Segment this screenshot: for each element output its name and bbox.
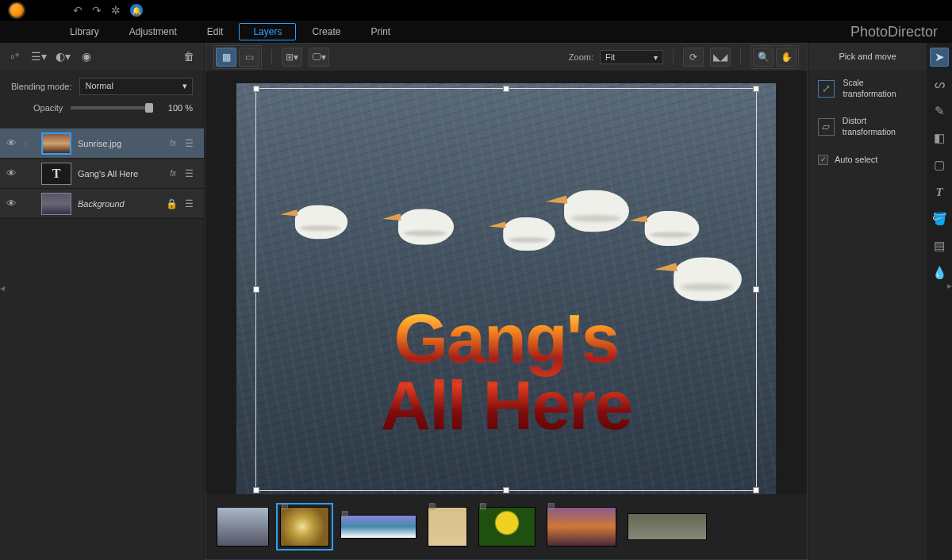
resize-handle[interactable] — [253, 86, 259, 92]
gradient-tool-icon[interactable]: ▤ — [930, 236, 949, 255]
blend-mode-select[interactable]: Normal▾ — [79, 78, 193, 95]
mask-icon[interactable]: ◉ — [79, 49, 94, 63]
canvas[interactable]: Gang'sAll Here — [236, 83, 776, 494]
edit-marker-icon: ▨ — [479, 501, 486, 510]
settings-gear-icon[interactable]: ✲ — [111, 4, 121, 17]
tab-create[interactable]: Create — [298, 23, 355, 40]
move-tool-icon[interactable]: ➤ — [930, 48, 949, 67]
selection-bounds[interactable] — [255, 88, 757, 491]
collapse-right-icon[interactable]: ▸ — [947, 280, 952, 291]
resize-handle[interactable] — [503, 86, 509, 92]
scale-transformation-button[interactable]: ⤢ Scale transformation — [808, 70, 927, 108]
distort-icon: ▱ — [818, 118, 835, 136]
collapse-left-icon[interactable]: ◂ — [0, 280, 8, 296]
layer-thumbnail[interactable]: T — [41, 163, 71, 185]
filmstrip[interactable]: ▨ ▨ ▨ ▨ ▨ — [205, 494, 807, 559]
layer-name[interactable]: Sunrise.jpg — [78, 139, 161, 148]
resize-handle[interactable] — [753, 487, 759, 493]
zoom-select[interactable]: Fit — [600, 50, 663, 64]
text-tool-icon[interactable]: T — [930, 182, 949, 201]
blend-mode-label: Blending mode: — [11, 82, 71, 91]
auto-select-label: Auto select — [835, 155, 877, 164]
brand-label: PhotoDirector — [850, 24, 938, 40]
grid-icon[interactable]: ⊞▾ — [282, 48, 302, 67]
tab-print[interactable]: Print — [356, 23, 405, 40]
layer-settings-icon[interactable]: ☰ — [185, 168, 198, 179]
fx-icon[interactable]: fx — [167, 139, 178, 148]
scale-icon: ⤢ — [818, 80, 835, 98]
notifications-icon[interactable]: 🔔 — [130, 4, 143, 17]
app-logo-icon — [8, 2, 25, 19]
canvas-toolbar: ▦ ▭ ⊞▾ 🖵▾ Zoom: Fit ⟳ ◣◢ 🔍 ✋ — [205, 44, 807, 71]
fill-tool-icon[interactable]: 🪣 — [930, 209, 949, 228]
flip-icon[interactable]: ◣◢ — [710, 48, 731, 67]
tab-edit[interactable]: Edit — [193, 23, 238, 40]
resize-handle[interactable] — [253, 286, 259, 293]
thumbnail[interactable]: ▨ — [340, 515, 416, 539]
resize-handle[interactable] — [753, 86, 759, 92]
tool-options-panel: Pick and move ⤢ Scale transformation ▱ D… — [808, 43, 927, 560]
visibility-icon[interactable]: 👁 — [6, 198, 17, 209]
fx-icon[interactable]: fx — [167, 169, 178, 178]
distort-transformation-button[interactable]: ▱ Distort transformation — [808, 108, 927, 146]
auto-select-checkbox[interactable]: ✓ Auto select — [808, 147, 927, 173]
tab-adjustment[interactable]: Adjustment — [115, 23, 191, 40]
magnify-icon[interactable]: 🔍 — [753, 48, 774, 67]
link-icon[interactable]: ↕ — [24, 139, 35, 148]
layers-toolbar: ▫⁺ ☰▾ ◐▾ ◉ 🗑 — [0, 43, 204, 70]
thumbnail[interactable]: ▨ — [428, 507, 467, 547]
resize-handle[interactable] — [253, 487, 259, 493]
visibility-icon[interactable]: 👁 — [6, 137, 17, 149]
undo-icon[interactable]: ↶ — [73, 4, 83, 17]
layer-name[interactable]: Gang's All Here — [78, 169, 161, 178]
layer-row[interactable]: 👁 T Gang's All Here fx ☰ — [0, 159, 204, 189]
lock-icon[interactable]: 🔒 — [166, 198, 178, 209]
tab-library[interactable]: Library — [56, 23, 113, 40]
blur-tool-icon[interactable]: 💧 — [930, 263, 949, 282]
rotate-icon[interactable]: ⟳ — [683, 48, 704, 67]
layer-row[interactable]: 👁 ↕ Sunrise.jpg fx ☰ — [0, 128, 204, 159]
scale-label: Scale transformation — [843, 78, 917, 99]
edit-marker-icon: ▨ — [547, 501, 555, 510]
tab-layers[interactable]: Layers — [239, 23, 296, 40]
shape-tool-icon[interactable]: ▢ — [930, 155, 949, 175]
checkbox-icon[interactable]: ✓ — [818, 155, 828, 165]
trash-icon[interactable]: 🗑 — [182, 49, 196, 63]
canvas-region: ▦ ▭ ⊞▾ 🖵▾ Zoom: Fit ⟳ ◣◢ 🔍 ✋ — [205, 43, 808, 560]
opacity-label: Opacity — [33, 103, 63, 113]
view-mode-image-icon[interactable]: ▭ — [239, 48, 259, 67]
thumbnail[interactable] — [217, 507, 269, 547]
canvas-viewport[interactable]: Gang'sAll Here — [205, 71, 807, 494]
redo-icon[interactable]: ↷ — [92, 4, 102, 17]
thumbnail[interactable]: ▨ — [547, 507, 616, 547]
layer-name[interactable]: Background — [78, 199, 159, 209]
lasso-tool-icon[interactable]: ᔕ — [930, 75, 949, 94]
thumbnail[interactable]: ▨ — [280, 507, 329, 547]
layer-thumbnail[interactable] — [41, 132, 71, 155]
pen-tool-icon[interactable]: ✎ — [930, 102, 949, 121]
resize-handle[interactable] — [503, 487, 509, 493]
eraser-tool-icon[interactable]: ◧ — [930, 128, 949, 148]
view-mode-histogram-icon[interactable]: ▦ — [216, 48, 236, 67]
layers-panel: ▫⁺ ☰▾ ◐▾ ◉ 🗑 Blending mode: Normal▾ Opac… — [0, 43, 205, 560]
layer-row[interactable]: 👁 Background 🔒 ☰ — [0, 189, 204, 219]
adjustment-layer-icon[interactable]: ◐▾ — [56, 49, 70, 63]
tool-options-title: Pick and move — [808, 43, 927, 70]
thumbnail[interactable]: ▨ — [478, 507, 536, 547]
layer-menu-icon[interactable]: ☰▾ — [32, 49, 46, 63]
display-icon[interactable]: 🖵▾ — [309, 48, 329, 67]
opacity-value: 100 % — [161, 103, 193, 113]
edit-marker-icon: ▨ — [281, 501, 288, 510]
thumbnail[interactable] — [628, 513, 707, 540]
layer-thumbnail[interactable] — [41, 193, 71, 215]
opacity-slider[interactable] — [71, 106, 153, 109]
titlebar: ↶ ↷ ✲ 🔔 — [0, 0, 952, 21]
add-layer-icon[interactable]: ▫⁺ — [8, 49, 22, 63]
vertical-toolbar: ➤ ᔕ ✎ ◧ ▢ T 🪣 ▤ 💧 — [927, 43, 952, 560]
visibility-icon[interactable]: 👁 — [6, 167, 17, 179]
layer-settings-icon[interactable]: ☰ — [185, 198, 198, 209]
resize-handle[interactable] — [753, 286, 759, 293]
layer-settings-icon[interactable]: ☰ — [185, 138, 198, 149]
hand-icon[interactable]: ✋ — [776, 48, 797, 67]
distort-label: Distort transformation — [843, 116, 917, 137]
